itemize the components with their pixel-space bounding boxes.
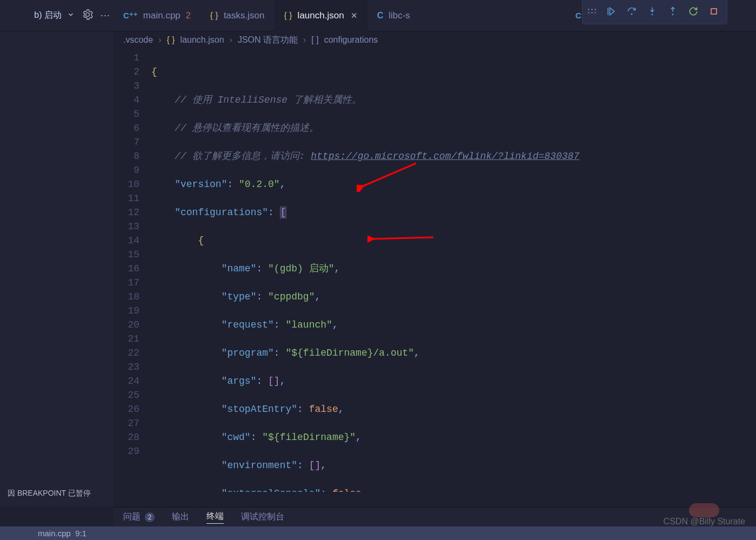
watermark-pill (689, 503, 719, 517)
code-content[interactable]: { // 使用 IntelliSense 了解相关属性。 // 悬停以查看现有属… (151, 49, 756, 492)
svg-rect-3 (711, 9, 717, 14)
main-area: .vscode › { } launch.json › JSON 语言功能 › … (113, 31, 756, 507)
bottom-panel: 问题 2 输出 终端 调试控制台 (113, 507, 756, 526)
step-out-button[interactable] (663, 2, 683, 21)
stop-button[interactable] (704, 2, 724, 21)
panel-tab-output[interactable]: 输出 (172, 511, 189, 523)
svg-point-0 (631, 13, 633, 15)
step-into-button[interactable] (643, 2, 662, 21)
close-icon[interactable]: ✕ (351, 11, 358, 21)
breadcrumb[interactable]: .vscode › { } launch.json › JSON 语言功能 › … (113, 31, 756, 49)
top-bar: b) 启动 ··· C⁺⁺ main.cpp 2 { } tasks.json … (0, 0, 756, 31)
svg-point-2 (672, 14, 674, 15)
debug-toolbar (582, 0, 727, 24)
chevron-right-icon: › (303, 35, 306, 45)
json-icon: { } (210, 11, 218, 21)
breadcrumb-lang: JSON 语言功能 (238, 35, 298, 46)
json-icon: { } (166, 35, 175, 45)
restart-button[interactable] (684, 2, 703, 21)
tab-tasks-json[interactable]: { } tasks.json (200, 0, 275, 31)
paused-status: 因 BREAKPOINT 已暂停 (8, 489, 91, 498)
problems-count: 2 (145, 512, 155, 522)
svg-point-1 (652, 14, 653, 15)
tab-main-cpp[interactable]: C⁺⁺ main.cpp 2 (113, 0, 200, 31)
chevron-down-icon[interactable] (67, 11, 75, 21)
json-icon: { } (284, 11, 292, 21)
breadcrumb-file: launch.json (180, 35, 224, 45)
array-icon: [ ] (311, 35, 318, 45)
tabs: C⁺⁺ main.cpp 2 { } tasks.json { } launch… (113, 0, 756, 31)
gear-icon[interactable] (82, 9, 93, 22)
watermark: CSDN @Billy Sturate (664, 517, 745, 526)
cpp-icon: C⁺⁺ (123, 11, 138, 21)
status-bar: main.cpp 9:1 (0, 526, 756, 540)
more-icon[interactable]: ··· (101, 10, 110, 21)
debug-config[interactable]: b) 启动 ··· (0, 9, 113, 22)
editor[interactable]: 12345 678910 1112131415 1617181920 21222… (113, 49, 756, 492)
tab-dirty-indicator: 2 (186, 11, 191, 21)
grip-handle[interactable] (586, 9, 598, 14)
panel-tab-debugconsole[interactable]: 调试控制台 (241, 511, 284, 523)
debug-config-name: b) 启动 (34, 10, 62, 21)
tab-libc[interactable]: C libc-s (367, 0, 420, 31)
tab-label: main.cpp (143, 10, 180, 21)
gutter: 12345 678910 1112131415 1617181920 21222… (113, 49, 151, 492)
panel-tab-terminal[interactable]: 终端 (206, 511, 224, 524)
tab-label: tasks.json (224, 10, 265, 21)
panel-tab-problems[interactable]: 问题 2 (123, 511, 155, 523)
breadcrumb-path: configurations (324, 35, 378, 45)
continue-button[interactable] (601, 2, 621, 21)
side-panel: 因 BREAKPOINT 已暂停 (0, 31, 113, 507)
breadcrumb-folder: .vscode (123, 35, 153, 45)
step-over-button[interactable] (622, 2, 641, 21)
chevron-right-icon: › (158, 35, 161, 45)
chevron-right-icon: › (230, 35, 232, 45)
tab-launch-json[interactable]: { } launch.json ✕ (274, 0, 367, 31)
tab-label: libc-s (389, 10, 410, 21)
c-icon: C (377, 11, 384, 21)
status-file[interactable]: main.cpp 9:1 (32, 529, 92, 538)
tab-label: launch.json (298, 10, 344, 21)
